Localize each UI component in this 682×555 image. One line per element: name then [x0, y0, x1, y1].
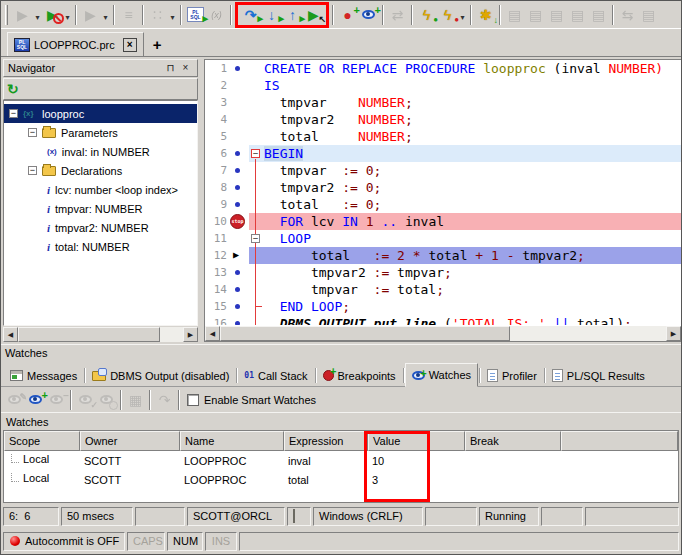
- scrollbar-track[interactable]: [160, 327, 183, 342]
- code-segment: total: [428, 248, 475, 263]
- scroll-left-button[interactable]: [3, 327, 18, 342]
- tree-item[interactable]: ilcv: number <loop index>: [4, 180, 197, 199]
- code-line[interactable]: 6−BEGIN: [205, 145, 681, 162]
- step-out-button[interactable]: ↑: [282, 4, 303, 25]
- fold-marker[interactable]: −: [249, 145, 264, 162]
- code-line[interactable]: 12▶ total := 2 * total + 1 - tmpvar2;: [205, 247, 681, 264]
- run-to-cursor-button[interactable]: ▶: [303, 4, 324, 25]
- scroll-left-button[interactable]: [205, 326, 220, 341]
- collapse-icon[interactable]: −: [251, 149, 260, 158]
- editor-gutter: 15: [205, 298, 249, 315]
- code-line[interactable]: 5 total NUMBER;: [205, 128, 681, 145]
- tab-breakpoints[interactable]: Breakpoints: [317, 365, 402, 386]
- stop-profiler-button[interactable]: ϟ: [437, 4, 458, 25]
- line-content: END LOOP;: [249, 298, 681, 315]
- watch-row[interactable]: LocalSCOTTLOOPPROCtotal3: [4, 470, 678, 489]
- status-cell: 50 msecs: [61, 507, 133, 526]
- code-text: LOOP: [264, 230, 311, 247]
- tree-item[interactable]: itotal: NUMBER: [4, 237, 197, 256]
- tree-item[interactable]: −Parameters: [4, 123, 197, 142]
- navigator-title-bar: Navigator ⊓ ×: [3, 59, 198, 77]
- code-line[interactable]: 10stop FOR lcv IN 1 .. inval: [205, 213, 681, 230]
- refresh-icon[interactable]: ↻: [7, 81, 19, 97]
- break-execution-button-dropdown[interactable]: [63, 6, 72, 24]
- column-header-scope[interactable]: Scope: [4, 431, 80, 451]
- code-text: IS: [264, 77, 280, 94]
- macro-button-dropdown[interactable]: [168, 6, 177, 24]
- add-watch-button[interactable]: [358, 4, 379, 25]
- execute-button-dropdown[interactable]: [33, 6, 42, 24]
- column-header-owner[interactable]: Owner: [80, 431, 180, 451]
- pin-icon[interactable]: ⊓: [163, 61, 178, 75]
- plsql-developer-window: ▶▶▶≡∷PLSQL(x)↷↓↑▶●⇄ϟϟ✱▤▤▤▤▤⇆▤ PLSQL LOOP…: [0, 0, 682, 555]
- tab-call-stack[interactable]: 01Call Stack: [238, 365, 313, 386]
- toolbar-separator: [149, 390, 151, 410]
- tab-watches[interactable]: Watches: [405, 363, 478, 387]
- tab-dbms-output-disabled-[interactable]: DBMS Output (disabled): [86, 365, 235, 386]
- add-watch-button[interactable]: [25, 389, 46, 410]
- step-over-button[interactable]: ↷: [240, 4, 261, 25]
- tree-item[interactable]: (x)inval: in NUMBER: [4, 142, 197, 161]
- tree-expander-icon[interactable]: −: [9, 109, 18, 118]
- var-icon: i: [47, 184, 50, 196]
- editor-lines[interactable]: 1CREATE OR REPLACE PROCEDURE loopproc (i…: [205, 60, 681, 325]
- column-header-value[interactable]: Value: [368, 431, 465, 451]
- code-line[interactable]: 14 tmpvar := total;: [205, 281, 681, 298]
- stop-profiler-button-dropdown[interactable]: [458, 6, 467, 24]
- tab-messages[interactable]: Messages: [4, 365, 83, 386]
- enable-smart-watches-checkbox[interactable]: [187, 394, 199, 406]
- close-navigator-button[interactable]: ×: [178, 61, 193, 75]
- tree-item[interactable]: itmpvar2: NUMBER: [4, 218, 197, 237]
- close-tab-button[interactable]: ×: [123, 38, 137, 52]
- code-line[interactable]: 4 tmpvar2 NUMBER;: [205, 111, 681, 128]
- column-header-break[interactable]: Break: [465, 431, 561, 451]
- code-line[interactable]: 13 tmpvar2 := tmpvar;: [205, 264, 681, 281]
- navigator-tree: −{x}loopproc−Parameters(x)inval: in NUMB…: [3, 100, 198, 326]
- tab-profiler[interactable]: Profiler: [481, 365, 543, 386]
- code-line[interactable]: 16 DBMS_OUTPUT.put_line ('TOTAL IS: ' ||…: [205, 315, 681, 325]
- status-cell: [135, 507, 185, 526]
- code-line[interactable]: 7 tmpvar := 0;: [205, 162, 681, 179]
- scroll-right-button[interactable]: [183, 327, 198, 342]
- code-line[interactable]: 15 END LOOP;: [205, 298, 681, 315]
- code-line[interactable]: 1CREATE OR REPLACE PROCEDURE loopproc (i…: [205, 60, 681, 77]
- code-segment: IS: [264, 78, 280, 93]
- print-button-glyph: ▤: [642, 8, 655, 22]
- tree-item[interactable]: itmpvar: NUMBER: [4, 199, 197, 218]
- scrollbar-thumb[interactable]: [18, 327, 160, 342]
- add-breakpoint-button[interactable]: ●: [337, 4, 358, 25]
- collapse-icon[interactable]: −: [251, 234, 260, 243]
- editor-gutter: 5: [205, 128, 249, 145]
- code-line[interactable]: 9 total := 0;: [205, 196, 681, 213]
- column-header-name[interactable]: Name: [180, 431, 284, 451]
- watch-row[interactable]: LocalSCOTTLOOPPROCinval10: [4, 451, 678, 470]
- tab-loopproc[interactable]: PLSQL LOOPPROC.prc ×: [7, 32, 144, 56]
- code-segment: tmpvar2: [264, 112, 358, 127]
- compile-button-dropdown[interactable]: [101, 6, 110, 24]
- breakpoint-icon[interactable]: stop: [230, 214, 245, 229]
- new-tab-button[interactable]: +: [144, 36, 171, 56]
- code-line[interactable]: 3 tmpvar NUMBER;: [205, 94, 681, 111]
- start-profiler-button[interactable]: ϟ: [416, 4, 437, 25]
- step-into-button[interactable]: ↓: [261, 4, 282, 25]
- scrollbar-thumb[interactable]: [220, 326, 510, 341]
- proc-icon: {x}: [23, 108, 37, 119]
- new-document-button: ▤: [504, 4, 525, 25]
- fold-marker[interactable]: −: [249, 230, 264, 247]
- tree-expander-icon[interactable]: −: [28, 166, 37, 175]
- code-line[interactable]: 8 tmpvar2 := 0;: [205, 179, 681, 196]
- watch-cell: 10: [368, 455, 465, 467]
- column-header-expression[interactable]: Expression: [284, 431, 368, 451]
- scroll-right-button[interactable]: [666, 326, 681, 341]
- tree-expander-icon[interactable]: −: [28, 128, 37, 137]
- test-plsql-button[interactable]: PLSQL: [185, 4, 206, 25]
- tree-item-label: inval: in NUMBER: [62, 146, 150, 158]
- break-execution-button[interactable]: ▶: [42, 4, 63, 25]
- code-line[interactable]: 2IS: [205, 77, 681, 94]
- tree-item[interactable]: −{x}loopproc: [4, 104, 197, 123]
- preferences-button[interactable]: ✱: [475, 4, 496, 25]
- tree-item[interactable]: −Declarations: [4, 161, 197, 180]
- tab-pl-sql-results[interactable]: PL/SQL Results: [546, 365, 651, 386]
- scrollbar-track[interactable]: [510, 326, 666, 341]
- code-line[interactable]: 11− LOOP: [205, 230, 681, 247]
